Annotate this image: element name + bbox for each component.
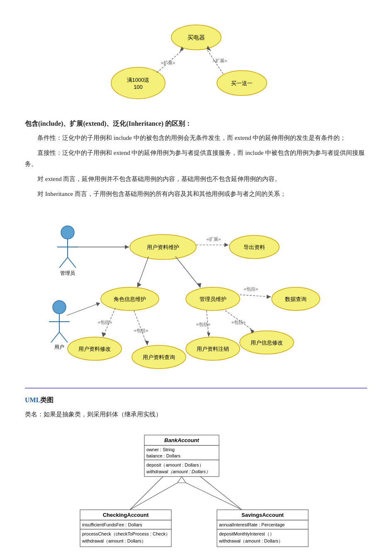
svg-text:insufficientFundsFee : Dollars: insufficientFundsFee : Dollars (82, 522, 142, 527)
svg-text:«扩展»: «扩展» (161, 60, 175, 65)
svg-text:processCheck（checkToProcess : : processCheck（checkToProcess : Check） (82, 531, 170, 536)
class-desc: 类名：如果是抽象类，则采用斜体（继承用实线） (25, 409, 367, 420)
svg-text:CheckingAccount: CheckingAccount (102, 512, 149, 518)
usecase-diagram-1: 买电器 满1000送 100 买一送一 «扩展» «扩展» (25, 12, 367, 112)
para-3: 对 extend 而言，延伸用例并不包含基础用例的内容，基础用例也不包含延伸用例… (25, 174, 367, 184)
heading-blue: UML (25, 396, 40, 403)
svg-text:SavingsAccount: SavingsAccount (241, 512, 284, 518)
svg-text:导出资料: 导出资料 (243, 244, 265, 250)
section-distinction: 包含(include)、扩展(extend)、泛化(Inheritance) 的… (25, 120, 367, 199)
svg-line-22 (51, 332, 59, 342)
svg-text:买一送一: 买一送一 (231, 80, 253, 86)
svg-text:annualInterestRate : Percentag: annualInterestRate : Percentage (219, 522, 285, 527)
svg-text:«包括»: «包括» (134, 328, 148, 333)
svg-text:管理员: 管理员 (60, 270, 75, 276)
svg-marker-64 (145, 340, 149, 345)
svg-marker-61 (102, 332, 106, 337)
svg-point-13 (61, 226, 74, 239)
usecase-diagram-2: 管理员 用户 用户资料维护 导出资料 «扩展» 角色信息维护 管理员维护 数据查… (25, 203, 367, 378)
svg-line-40 (137, 257, 149, 287)
svg-line-58 (67, 303, 100, 315)
svg-marker-43 (197, 283, 201, 288)
svg-text:用户资料注销: 用户资料注销 (197, 346, 229, 352)
svg-text:100: 100 (134, 84, 143, 90)
section-heading-uml: UML类图 (25, 396, 367, 405)
svg-text:«扩展»: «扩展» (207, 237, 221, 242)
svg-line-94 (130, 483, 178, 510)
section-heading-1: 包含(include)、扩展(extend)、泛化(Inheritance) 的… (25, 120, 367, 128)
svg-text:depositMonthlyInterest（）: depositMonthlyInterest（） (219, 531, 274, 536)
svg-line-17 (68, 257, 76, 268)
svg-text:用户: 用户 (54, 344, 64, 350)
uml-class-diagram: BankAccount owner : String balance : Dol… (25, 427, 367, 555)
svg-text:用户资料维护: 用户资料维护 (147, 244, 179, 250)
svg-point-19 (53, 301, 66, 314)
svg-text:balance : Dollars: balance : Dollars (146, 453, 180, 458)
svg-line-78 (200, 477, 242, 510)
svg-text:«包括»: «包括» (98, 320, 112, 325)
svg-marker-67 (207, 332, 210, 337)
svg-text:«包括»: «包括» (196, 322, 210, 327)
svg-text:用户资料查询: 用户资料查询 (143, 354, 175, 360)
svg-text:«包括»: «包括» (231, 320, 246, 325)
svg-text:«扩展»: «扩展» (213, 58, 227, 63)
svg-text:«包括»: «包括» (244, 286, 258, 291)
svg-line-95 (186, 483, 242, 510)
svg-marker-32 (224, 243, 229, 247)
svg-marker-30 (125, 245, 129, 249)
section-divider (25, 388, 367, 389)
svg-line-42 (175, 257, 200, 288)
svg-point-2 (111, 67, 165, 99)
svg-text:管理员维护: 管理员维护 (199, 296, 226, 302)
svg-text:用户资料修改: 用户资料修改 (78, 346, 111, 352)
svg-marker-41 (137, 282, 141, 287)
svg-text:withdrawal（amount : Dollars）: withdrawal（amount : Dollars） (82, 538, 146, 543)
svg-text:withdrawal（amount : Dollars）: withdrawal（amount : Dollars） (219, 538, 283, 543)
section-uml-class: UML类图 类名：如果是抽象类，则采用斜体（继承用实线） BankAccount… (25, 396, 367, 555)
svg-text:BankAccount: BankAccount (164, 437, 199, 443)
svg-text:用户信息修改: 用户信息修改 (251, 340, 283, 346)
svg-line-44 (240, 295, 271, 297)
svg-line-16 (59, 257, 68, 268)
svg-marker-79 (178, 477, 186, 483)
para-4: 对 Inheritance 而言，子用例包含基础用例的所有内容及其和其他用例或参… (25, 188, 367, 199)
para-1: 条件性：泛化中的子用例和 include 中的被包含的用例会无条件发生，而 ex… (25, 132, 367, 143)
para-2: 直接性：泛化中的子用例和 extend 中的延伸用例为参与者提供直接服务，而 i… (25, 147, 367, 169)
svg-text:角色信息维护: 角色信息维护 (114, 296, 146, 302)
heading-rest: 类图 (40, 396, 54, 403)
svg-text:数据查询: 数据查询 (285, 296, 307, 302)
svg-text:买电器: 买电器 (187, 34, 205, 41)
svg-text:withdrawal（amount : Dollars）: withdrawal（amount : Dollars） (146, 469, 210, 474)
svg-marker-45 (267, 295, 271, 299)
svg-text:owner : String: owner : String (146, 447, 175, 452)
svg-line-77 (130, 477, 163, 510)
svg-text:deposit（amount : Dollars）: deposit（amount : Dollars） (146, 462, 204, 467)
svg-text:满1000送: 满1000送 (127, 77, 149, 83)
svg-line-23 (59, 332, 68, 342)
